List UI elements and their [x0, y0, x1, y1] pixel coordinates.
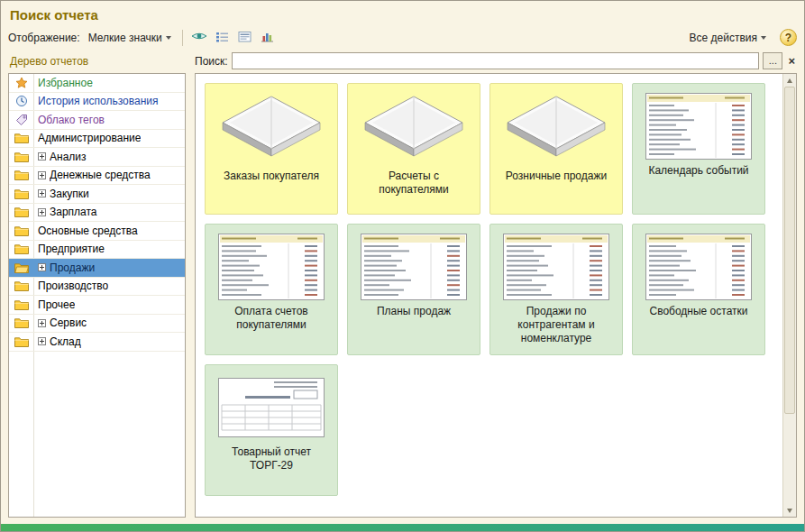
tree-item-label: Сервис [50, 316, 87, 329]
quick-view-button[interactable] [189, 28, 210, 47]
tree-item-label: Склад [50, 335, 81, 348]
details-icon [238, 31, 252, 45]
chart-view-button[interactable] [257, 28, 278, 47]
tree-item-label: Предприятие [38, 243, 105, 255]
tree-item-content: Предприятие [33, 241, 185, 259]
expand-plus-icon[interactable] [38, 337, 46, 345]
content-area: ИзбранноеИстория использованияОблако тег… [1, 73, 804, 518]
help-button[interactable]: ? [780, 29, 797, 46]
expand-plus-icon[interactable] [38, 319, 46, 327]
scrollbar-thumb[interactable] [784, 87, 795, 414]
tree-item[interactable]: Облако тегов [9, 111, 185, 130]
document-thumbnail [218, 372, 325, 443]
list-icon [215, 31, 229, 45]
report-tile-label: Расчеты с покупателями [348, 167, 480, 197]
tree-item[interactable]: Избранное [9, 74, 185, 93]
tree-item-content: Администрирование [33, 130, 185, 148]
report-tile[interactable]: Расчеты с покупателями [347, 83, 480, 215]
tree-item-content: Производство [33, 278, 185, 296]
tree-item-label: Денежные средства [50, 169, 151, 181]
search-label: Поиск: [195, 55, 228, 68]
window-bottom-strip [1, 524, 804, 531]
all-actions-button[interactable]: Все действия [683, 29, 773, 47]
tree-item[interactable]: Продажи [9, 259, 185, 278]
expand-plus-icon[interactable] [38, 208, 46, 216]
tree-item-label: Прочее [38, 298, 75, 311]
all-actions-label: Все действия [690, 32, 757, 44]
expand-plus-icon[interactable] [38, 171, 46, 179]
report-tile-label: Заказы покупателя [218, 167, 325, 183]
report-tile[interactable]: Товарный отчет ТОРГ-29 [205, 364, 338, 496]
tree-item-label: Основные средства [38, 225, 138, 237]
tree-item[interactable]: Производство [9, 278, 185, 297]
tree-item[interactable]: Предприятие [9, 241, 185, 260]
folder-icon [9, 130, 33, 148]
tree-item-content: Прочее [33, 296, 185, 314]
view-mode-label: Отображение: [8, 32, 80, 44]
tree-item-content: Облако тегов [33, 111, 185, 129]
details-view-button[interactable] [234, 28, 255, 47]
chevron-down-icon [761, 36, 766, 40]
tree-item[interactable]: Администрирование [9, 130, 185, 149]
report-tile-label: Оплата счетов покупателями [206, 302, 337, 332]
folder-icon [9, 204, 33, 222]
tree-item[interactable]: Прочее [9, 296, 185, 315]
scroll-down-button[interactable] [783, 504, 796, 517]
report-tile[interactable]: Планы продаж [347, 224, 480, 355]
page-title: Поиск отчета [10, 7, 98, 23]
folder-3d-icon [502, 91, 610, 167]
search-input[interactable] [232, 52, 760, 69]
list-view-button[interactable] [212, 28, 233, 47]
vertical-scrollbar[interactable] [782, 74, 796, 517]
scrollbar-track[interactable] [783, 87, 796, 504]
folder-icon [9, 333, 33, 351]
report-tile[interactable]: Розничные продажи [489, 83, 623, 215]
triangle-down-icon [787, 509, 792, 513]
report-tile[interactable]: Продажи по контрагентам и номенклатуре [489, 224, 623, 355]
tree-item-label: Зарплата [50, 206, 97, 218]
tree-item-content: Продажи [33, 259, 185, 277]
tree-item-content: Денежные средства [33, 167, 185, 185]
report-tiles-panel: Заказы покупателяРасчеты с покупателямиР… [195, 73, 797, 518]
search-clear-button[interactable]: × [786, 55, 797, 67]
tree-item[interactable]: Анализ [9, 148, 185, 167]
spreadsheet-thumbnail [361, 232, 467, 302]
chevron-down-icon [166, 36, 171, 40]
tree-panel-title: Дерево отчетов [8, 55, 195, 68]
tree-item[interactable]: Основные средства [9, 222, 185, 241]
spreadsheet-thumbnail [218, 232, 325, 302]
view-mode-value: Мелкие значки [88, 32, 162, 44]
report-tile[interactable]: Заказы покупателя [205, 83, 338, 215]
folder-icon [9, 296, 33, 314]
spreadsheet-thumbnail [645, 91, 752, 161]
tree-item[interactable]: Склад [9, 333, 185, 352]
tree-item[interactable]: Сервис [9, 315, 185, 334]
triangle-up-icon [787, 78, 792, 83]
folder-icon [9, 167, 33, 185]
expand-plus-icon[interactable] [38, 263, 46, 271]
folder-icon [9, 241, 33, 259]
tree-item[interactable]: Закупки [9, 185, 185, 204]
report-tile[interactable]: Оплата счетов покупателями [205, 224, 338, 355]
spreadsheet-thumbnail [503, 232, 609, 302]
expand-plus-icon[interactable] [38, 152, 46, 161]
tree-item-content: Зарплата [33, 204, 185, 222]
folder-icon [9, 278, 33, 296]
report-tree-panel: ИзбранноеИстория использованияОблако тег… [8, 73, 186, 518]
search-options-button[interactable]: ... [763, 52, 782, 69]
scroll-up-button[interactable] [783, 74, 796, 87]
expand-plus-icon[interactable] [38, 189, 46, 197]
tree-item-content: Анализ [33, 148, 185, 166]
star-icon [9, 74, 33, 92]
tree-item[interactable]: Зарплата [9, 204, 185, 223]
toolbar-separator [182, 30, 183, 46]
titlebar: Поиск отчета [1, 1, 804, 25]
report-tile[interactable]: Свободные остатки [632, 224, 765, 355]
view-mode-dropdown[interactable]: Мелкие значки [84, 29, 176, 47]
report-tile[interactable]: Календарь событий [632, 83, 765, 215]
folder-3d-icon [217, 91, 325, 167]
tree-item[interactable]: История использования [9, 93, 185, 112]
tree-item-label: История использования [38, 95, 159, 107]
tree-item-content: История использования [33, 93, 185, 111]
tree-item[interactable]: Денежные средства [9, 167, 185, 186]
